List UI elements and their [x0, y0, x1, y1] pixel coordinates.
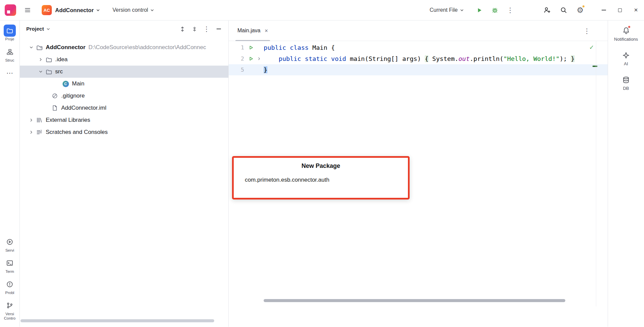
vcs-label: Version control — [113, 7, 148, 13]
project-horizontal-scrollbar[interactable] — [21, 319, 214, 322]
code-line-5[interactable]: 5 } — [229, 64, 608, 75]
code-with-me-button[interactable] — [540, 4, 554, 16]
run-configuration-widget[interactable]: Current File — [429, 7, 464, 13]
bell-icon — [621, 25, 632, 36]
tab-main-java[interactable]: Main.java ✕ — [235, 21, 270, 41]
tree-item-path: D:\CodeSource\esb\addconnector\AddConnec — [88, 44, 206, 51]
code-text: public class Main { — [262, 44, 335, 51]
project-root-folder-icon — [35, 44, 43, 51]
project-badge: AC — [42, 5, 52, 15]
tree-item-label: Main — [72, 80, 84, 87]
expand-all-button[interactable] — [177, 24, 187, 34]
project-tool-icon — [4, 25, 16, 37]
tree-item-addconnector[interactable]: AddConnector D:\CodeSource\esb\addconnec… — [20, 41, 228, 53]
code-text: } — [262, 66, 267, 73]
tab-options-button[interactable]: ⋮ — [583, 21, 590, 41]
project-widget[interactable]: AC AddConnector — [42, 5, 101, 15]
chevron-right-icon[interactable] — [28, 118, 35, 122]
tree-item-iml-file[interactable]: AddConnector.iml — [20, 102, 228, 114]
tree-item-idea[interactable]: .idea — [20, 53, 228, 66]
sidebar-item-terminal[interactable]: Term — [4, 257, 16, 274]
search-everywhere-button[interactable] — [557, 4, 570, 16]
minimize-button[interactable] — [596, 0, 612, 21]
package-name-input[interactable]: com.primeton.esb.connector.auth — [245, 177, 408, 183]
java-class-icon: C — [62, 81, 70, 87]
vcs-widget[interactable]: Version control — [113, 7, 155, 13]
sidebar-label: Term — [5, 269, 14, 274]
sidebar-item-structure[interactable]: Struc — [4, 46, 16, 63]
tree-item-gitignore[interactable]: .gitignore — [20, 90, 228, 102]
minimize-icon — [217, 29, 221, 29]
gutter: 2 — [229, 53, 262, 64]
folder-icon — [6, 27, 13, 34]
analysis-stripe-marker — [593, 66, 597, 67]
kebab-icon: ⋮ — [203, 26, 210, 32]
main-menu-button[interactable] — [22, 4, 34, 16]
inspections-status-icon[interactable]: ✓ — [590, 43, 594, 51]
structure-icon — [4, 46, 16, 58]
project-panel-header: Project ⋮ — [20, 21, 228, 37]
sidebar-item-more[interactable]: ⋯ — [4, 67, 16, 79]
sidebar-item-services[interactable]: Servi — [4, 236, 16, 253]
settings-button[interactable]: ⚙ — [573, 4, 587, 16]
panel-title[interactable]: Project — [26, 26, 44, 32]
close-icon: ✕ — [634, 7, 638, 13]
search-icon — [560, 7, 567, 13]
hamburger-icon — [24, 7, 31, 13]
sidebar-item-database[interactable]: DB — [621, 74, 632, 91]
tree-item-main-class[interactable]: C Main — [20, 78, 228, 90]
gear-icon: ⚙ — [577, 6, 584, 15]
close-button[interactable]: ✕ — [628, 0, 644, 21]
chevron-down-icon[interactable] — [46, 27, 51, 32]
panel-options-button[interactable]: ⋮ — [201, 24, 212, 34]
code-text: public static void main(String[] args) {… — [262, 55, 575, 62]
code-line-2[interactable]: 2 public static void main(String[] args)… — [229, 53, 608, 64]
sidebar-item-problems[interactable]: Probl — [4, 278, 16, 295]
editor-horizontal-scrollbar[interactable] — [264, 299, 565, 302]
chevron-down-icon[interactable] — [37, 69, 44, 74]
gutter: 5 — [229, 64, 262, 75]
maximize-icon — [618, 8, 622, 12]
run-gutter-icon[interactable] — [246, 45, 256, 50]
window-controls: ✕ — [596, 0, 644, 21]
tab-close-icon[interactable]: ✕ — [264, 28, 268, 33]
project-tree: AddConnector D:\CodeSource\esb\addconnec… — [20, 37, 228, 138]
problems-icon — [4, 278, 16, 290]
run-gutter-icon[interactable] — [246, 56, 256, 61]
run-configuration-label: Current File — [429, 7, 458, 13]
minimize-icon — [602, 10, 606, 10]
line-number: 1 — [229, 44, 244, 51]
maximize-button[interactable] — [612, 0, 628, 21]
editor-tab-bar: Main.java ✕ ⋮ — [229, 21, 608, 41]
add-user-icon — [544, 7, 551, 13]
dialog-title: New Package — [234, 162, 408, 170]
tree-item-src[interactable]: src — [20, 66, 228, 78]
chevron-right-icon[interactable] — [37, 57, 44, 62]
run-button[interactable] — [472, 4, 486, 16]
collapse-all-button[interactable] — [189, 24, 199, 34]
branch-icon — [4, 299, 16, 312]
fold-collapsed-icon[interactable] — [256, 57, 262, 61]
sidebar-item-version-control[interactable]: Versi Contro — [4, 299, 16, 321]
chevron-right-icon[interactable] — [28, 130, 35, 135]
more-icon: ⋯ — [4, 67, 16, 79]
hide-panel-button[interactable] — [214, 24, 224, 34]
tree-item-scratches[interactable]: Scratches and Consoles — [20, 126, 228, 138]
terminal-icon — [4, 257, 16, 269]
intellij-logo — [5, 4, 16, 16]
more-actions-button[interactable]: ⋮ — [503, 4, 517, 16]
chevron-down-icon — [150, 8, 155, 13]
sidebar-item-notifications[interactable]: Notifications — [614, 25, 638, 42]
code-line-1[interactable]: 1 public class Main { — [229, 42, 608, 53]
chevron-down-icon[interactable] — [28, 45, 35, 50]
sidebar-label: Servi — [5, 248, 14, 253]
folder-icon — [45, 57, 53, 63]
editor-right-edge-line — [596, 41, 596, 306]
sidebar-item-ai-assistant[interactable]: AI — [621, 50, 632, 66]
tree-item-label: src — [55, 68, 63, 75]
sidebar-item-project[interactable]: Proje — [4, 25, 16, 41]
tree-item-external-libraries[interactable]: External Libraries — [20, 114, 228, 126]
sidebar-label: Struc — [5, 58, 14, 63]
line-number: 2 — [229, 56, 244, 62]
debug-button[interactable] — [488, 4, 501, 16]
